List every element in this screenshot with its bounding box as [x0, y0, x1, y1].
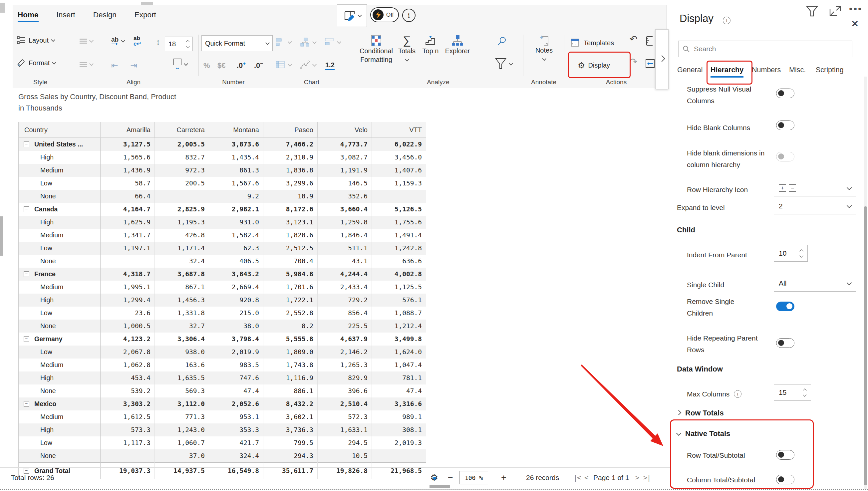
edit-mode-button[interactable]: [337, 4, 367, 27]
decimal-scale-button[interactable]: 1.2: [325, 61, 335, 70]
spinner-down-icon[interactable]: [800, 254, 803, 257]
cell-vtt[interactable]: 308.1: [372, 424, 426, 436]
cell-vtt[interactable]: 1,407.6: [372, 164, 426, 177]
cell-paseo[interactable]: 1,809.0: [263, 346, 318, 358]
cell-paseo[interactable]: 1,701.6: [263, 281, 318, 294]
decrease-indent-button[interactable]: ⇤: [111, 61, 118, 70]
cell-paseo[interactable]: 708.4: [263, 255, 318, 268]
cell-amarilla[interactable]: 1,062.8: [100, 358, 155, 372]
cell-montana[interactable]: 215.0: [209, 307, 263, 320]
table-row[interactable]: Medium 1,341.7 426.8 1,582.4 1,828.6 1,8…: [19, 229, 426, 242]
table-row[interactable]: Medium 1,436.9 972.3 861.3 1,836.8 1,191…: [19, 164, 426, 177]
fit-width-button[interactable]: [645, 59, 655, 68]
table-row[interactable]: None 66.4 9.2 18.9 352.6: [19, 190, 426, 203]
cell-velo[interactable]: 4,244.4: [318, 268, 372, 281]
table-row[interactable]: High 453.4 1,635.5 747.6 1,116.9 829.9 7…: [19, 372, 426, 384]
hide-blank-columns-toggle[interactable]: [776, 120, 794, 130]
info-button[interactable]: i: [402, 9, 415, 22]
suppress-null-toggle[interactable]: [776, 89, 794, 98]
table-row[interactable]: Low 1,117.3 1,060.7 421.7 799.5 294.5 2,…: [19, 436, 426, 450]
tab-insert[interactable]: Insert: [57, 11, 75, 22]
table-row[interactable]: Canada 4,164.7 2,825.9 2,982.1 8,172.6 3…: [19, 203, 426, 216]
search-input[interactable]: [693, 45, 848, 53]
hide-blank-dimensions-toggle[interactable]: [776, 152, 794, 162]
spinner-up-icon[interactable]: [800, 249, 803, 253]
focus-mode-button[interactable]: [829, 5, 842, 18]
layout-button[interactable]: Layout: [17, 36, 55, 45]
spinner-down-icon[interactable]: [803, 393, 806, 397]
increase-indent-button[interactable]: ⇥: [130, 61, 137, 70]
cell-paseo[interactable]: 3,736.3: [263, 424, 318, 436]
tab-numbers[interactable]: Numbers: [752, 66, 781, 74]
visual-filter-button[interactable]: [806, 5, 818, 19]
cell-montana[interactable]: 953.1: [209, 410, 263, 424]
cell-vtt[interactable]: 1,755.6: [372, 216, 426, 229]
search-button[interactable]: [496, 36, 507, 47]
cell-carretera[interactable]: 200.5: [155, 177, 209, 190]
cell-carretera[interactable]: [155, 190, 209, 203]
cell-velo[interactable]: 4,773.7: [318, 138, 372, 151]
table-row[interactable]: None 32.4 406.5 708.4 43.1 636.6: [19, 255, 426, 268]
bar-chart-button[interactable]: [276, 37, 291, 47]
cell-velo[interactable]: 4,637.9: [318, 333, 372, 346]
column-chart-button[interactable]: [325, 37, 341, 47]
cell-amarilla[interactable]: 23.6: [100, 307, 155, 320]
single-child-dropdown[interactable]: All: [774, 275, 856, 292]
cell-montana[interactable]: 47.4: [209, 384, 263, 398]
cell-vtt[interactable]: 576.1: [372, 294, 426, 307]
cell-amarilla[interactable]: 3,127.5: [100, 138, 155, 151]
tab-misc[interactable]: Misc.: [789, 66, 806, 74]
cell-vtt[interactable]: 636.6: [372, 255, 426, 268]
cell-velo[interactable]: 3,660.4: [318, 203, 372, 216]
cell-amarilla[interactable]: 1,565.6: [100, 151, 155, 164]
hierarchy-chart-button[interactable]: [300, 37, 316, 47]
row-total-subtotal-toggle[interactable]: [776, 450, 794, 460]
templates-button[interactable]: Templates: [571, 38, 614, 48]
border-button[interactable]: ↔: [173, 59, 187, 70]
table-row[interactable]: France 4,318.7 3,687.8 3,843.2 5,984.8 4…: [19, 268, 426, 281]
cell-carretera[interactable]: 1,635.5: [155, 372, 209, 384]
cell-velo[interactable]: 1,265.3: [318, 358, 372, 372]
tab-export[interactable]: Export: [135, 11, 156, 22]
cell-vtt[interactable]: 1,088.7: [372, 307, 426, 320]
row-height-button[interactable]: ↕: [156, 37, 160, 47]
undo-button[interactable]: ↶: [630, 35, 637, 44]
tab-home[interactable]: Home: [18, 11, 39, 22]
collapse-row-icon[interactable]: [24, 336, 29, 342]
cell-montana[interactable]: 920.8: [209, 294, 263, 307]
table-row[interactable]: Medium 1,612.5 771.3 953.1 3,602.1 572.3…: [19, 410, 426, 424]
cell-paseo[interactable]: 18.9: [263, 190, 318, 203]
cell-velo[interactable]: 1,191.9: [318, 164, 372, 177]
cell-velo[interactable]: 1,633.1: [318, 424, 372, 436]
cell-carretera[interactable]: 1,171.4: [155, 242, 209, 255]
cell-vtt[interactable]: 5,126.5: [372, 203, 426, 216]
cell-paseo[interactable]: 1,828.6: [263, 229, 318, 242]
cell-vtt[interactable]: 3,499.8: [372, 333, 426, 346]
cell-vtt[interactable]: 1,242.8: [372, 242, 426, 255]
info-icon[interactable]: i: [734, 390, 742, 398]
table-row[interactable]: Low 58.7 200.5 1,567.6 3,299.6 146.5 1,1…: [19, 177, 426, 190]
cell-amarilla[interactable]: 4,318.7: [100, 268, 155, 281]
spinner-up-icon[interactable]: [186, 40, 190, 44]
cell-amarilla[interactable]: [100, 255, 155, 268]
totals-button[interactable]: ∑ Totals: [396, 34, 418, 61]
cell-velo[interactable]: 1,846.4: [318, 229, 372, 242]
cell-montana[interactable]: 1,567.6: [209, 177, 263, 190]
cell-montana[interactable]: 931.0: [209, 216, 263, 229]
column-header-amarilla[interactable]: Amarilla: [100, 122, 155, 138]
cell-carretera[interactable]: 426.8: [155, 229, 209, 242]
cell-montana[interactable]: 3,798.4: [209, 333, 263, 346]
cell-amarilla[interactable]: 66.4: [100, 190, 155, 203]
cell-velo[interactable]: 396.6: [318, 384, 372, 398]
cell-montana[interactable]: 3,843.2: [209, 268, 263, 281]
cell-paseo[interactable]: 8,432.2: [263, 398, 318, 410]
cell-velo[interactable]: 146.5: [318, 177, 372, 190]
quick-format-dropdown[interactable]: Quick Format: [201, 35, 273, 51]
collapse-row-icon[interactable]: [24, 142, 29, 147]
column-header-carretera[interactable]: Carretera: [155, 122, 209, 138]
cell-montana[interactable]: 2,669.4: [209, 281, 263, 294]
cell-velo[interactable]: 729.2: [318, 294, 372, 307]
cell-amarilla[interactable]: 4,123.2: [100, 333, 155, 346]
next-page-button[interactable]: >: [635, 470, 639, 485]
cell-amarilla[interactable]: 573.3: [100, 424, 155, 436]
